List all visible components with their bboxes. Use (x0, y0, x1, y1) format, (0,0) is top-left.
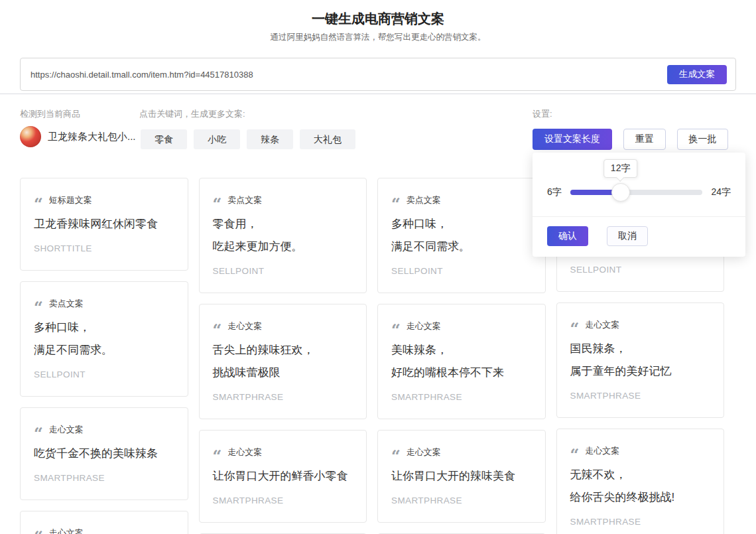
card-copy-line: 零食用， (213, 213, 353, 235)
card-header: “走心文案 (34, 424, 174, 436)
cancel-button[interactable]: 取消 (607, 226, 648, 246)
quote-icon: “ (34, 431, 43, 436)
quote-icon: “ (570, 326, 580, 332)
card-copy-line: 吃货千金不换的美味辣条 (34, 442, 174, 465)
confirm-button[interactable]: 确认 (547, 226, 588, 246)
page-header: 一键生成电商营销文案 通过阿里妈妈自然语言算法，帮您写出更走心的营销文案。 (0, 0, 756, 43)
reset-button[interactable]: 重置 (623, 129, 666, 150)
slider-thumb[interactable] (611, 183, 630, 202)
settings-label: 设置: (533, 108, 552, 120)
copy-card[interactable]: “卖点文案多种口味，满足不同需求。SELLPOINT (377, 178, 546, 293)
copy-card[interactable]: “走心文案吃货千金不换的美味辣条SMARTPHRASE (20, 407, 188, 500)
length-slider[interactable]: 12字 (570, 183, 703, 202)
product-image (20, 126, 41, 147)
refresh-batch-button[interactable]: 换一批 (677, 129, 728, 150)
quote-icon: “ (213, 328, 222, 333)
url-input[interactable] (29, 69, 667, 80)
card-copy-line: 好吃的嘴根本停不下来 (391, 362, 532, 384)
product-name: 卫龙辣条大礼包小... (48, 131, 136, 143)
card-copy-line: 无辣不欢， (570, 464, 711, 486)
copy-card[interactable]: “卖点文案零食用，吃起来更加方便。SELLPOINT (199, 178, 367, 293)
keyword-tag[interactable]: 大礼包 (300, 129, 355, 149)
copy-card[interactable]: “走心文案国民辣条，属于童年的美好记忆SMARTPHRASE (556, 302, 725, 418)
keyword-tags: 零食小吃辣条大礼包 (141, 129, 355, 149)
copy-card[interactable]: “走心文案美味辣条，好吃的嘴根本停不下来SMARTPHRASE (377, 304, 546, 419)
card-type-label: 走心文案 (227, 446, 262, 458)
slider-value: 12字 (611, 163, 631, 173)
card-header: “卖点文案 (391, 194, 532, 206)
card-copy-line: 卫龙香辣味网红休闲零食 (34, 213, 174, 235)
copy-card[interactable]: “走心文案让你胃口大开的鲜香小零食SMARTPHRASE (199, 430, 367, 523)
card-header: “走心文案 (391, 320, 532, 332)
card-category-tag: SMARTPHRASE (213, 392, 353, 404)
card-copy-line: 满足不同需求。 (391, 235, 532, 258)
card-category-tag: SMARTPHRASE (391, 496, 532, 507)
card-copy-line: 挑战味蕾极限 (213, 362, 353, 384)
card-category-tag: SELLPOINT (391, 266, 532, 278)
card-column-1: “短标题文案卫龙香辣味网红休闲零食SHORTTITLE“卖点文案多种口味，满足不… (20, 178, 188, 534)
url-bar: 生成文案 (20, 58, 736, 91)
quote-icon: “ (213, 202, 222, 207)
settings-buttons: 设置文案长度 重置 换一批 (533, 129, 728, 150)
keyword-tag[interactable]: 辣条 (247, 129, 293, 149)
card-type-label: 走心文案 (585, 445, 619, 457)
page: 一键生成电商营销文案 通过阿里妈妈自然语言算法，帮您写出更走心的营销文案。 生成… (0, 0, 756, 534)
card-type-label: 卖点文案 (407, 194, 441, 206)
keywords-label: 点击关键词，生成更多文案: (139, 108, 245, 120)
detected-product: 卫龙辣条大礼包小... (20, 126, 136, 147)
keyword-tag[interactable]: 小吃 (194, 129, 240, 149)
copy-card[interactable]: “走心文案 (20, 511, 188, 534)
slider-min-label: 6字 (547, 186, 562, 198)
card-type-label: 走心文案 (227, 320, 262, 332)
card-category-tag: SMARTPHRASE (213, 496, 353, 507)
card-header: “卖点文案 (213, 194, 353, 206)
card-column-3: “卖点文案多种口味，满足不同需求。SELLPOINT“走心文案美味辣条，好吃的嘴… (377, 178, 546, 534)
card-type-label: 卖点文案 (49, 298, 84, 310)
card-copy-line: 给你舌尖的终极挑战! (570, 486, 711, 509)
card-header: “卖点文案 (34, 298, 174, 310)
card-category-tag: SELLPOINT (34, 369, 174, 381)
card-header: “走心文案 (213, 446, 353, 458)
copy-card[interactable]: “走心文案无辣不欢，给你舌尖的终极挑战!SMARTPHRASE (556, 429, 725, 534)
card-copy-line: 多种口味， (391, 213, 532, 235)
quote-icon: “ (34, 202, 43, 207)
card-copy-line: 多种口味， (34, 316, 174, 339)
card-copy-line: 让你胃口大开的鲜香小零食 (213, 465, 353, 488)
card-copy-line: 吃起来更加方便。 (213, 235, 353, 258)
card-header: “走心文案 (213, 320, 353, 332)
length-popup-footer: 确认 取消 (533, 216, 745, 257)
quote-icon: “ (213, 454, 222, 459)
card-type-label: 短标题文案 (49, 194, 92, 206)
copy-card[interactable]: “走心文案舌尖上的辣味狂欢，挑战味蕾极限SMARTPHRASE (199, 304, 367, 419)
keyword-tag[interactable]: 零食 (141, 129, 187, 149)
length-popup-body: 6字 12字 24字 (533, 153, 745, 216)
card-copy-line: 让你胃口大开的辣味美食 (391, 465, 532, 488)
slider-value-tooltip: 12字 (603, 159, 638, 178)
quote-icon: “ (391, 328, 401, 333)
card-category-tag: SMARTPHRASE (570, 517, 711, 529)
copy-card[interactable]: “短标题文案卫龙香辣味网红休闲零食SHORTTITLE (20, 178, 188, 271)
slider-max-label: 24字 (711, 186, 731, 198)
quote-icon: “ (570, 452, 580, 458)
detected-product-label: 检测到当前商品 (20, 108, 80, 120)
generate-button[interactable]: 生成文案 (667, 65, 727, 84)
card-copy-line: 属于童年的美好记忆 (570, 360, 711, 383)
slider-track[interactable] (570, 190, 703, 195)
length-slider-row: 6字 12字 24字 (547, 183, 731, 202)
card-category-tag: SELLPOINT (213, 266, 353, 278)
card-category-tag: SHORTTITLE (34, 243, 174, 255)
length-setting-popup: 6字 12字 24字 确认 取消 (533, 153, 745, 257)
card-header: “走心文案 (391, 446, 532, 458)
copy-card[interactable]: “走心文案让你胃口大开的辣味美食SMARTPHRASE (377, 430, 546, 523)
card-type-label: 卖点文案 (227, 194, 262, 206)
card-type-label: 走心文案 (407, 320, 441, 332)
card-header: “短标题文案 (34, 194, 174, 206)
card-category-tag: SMARTPHRASE (34, 473, 174, 485)
page-subtitle: 通过阿里妈妈自然语言算法，帮您写出更走心的营销文案。 (0, 32, 756, 43)
set-length-button[interactable]: 设置文案长度 (533, 129, 612, 150)
card-category-tag: SMARTPHRASE (391, 392, 532, 404)
copy-card[interactable]: “卖点文案多种口味，满足不同需求。SELLPOINT (20, 281, 188, 397)
page-title: 一键生成电商营销文案 (0, 10, 756, 27)
card-copy-line: 美味辣条， (391, 339, 532, 362)
tooltip-caret-icon (616, 173, 625, 182)
